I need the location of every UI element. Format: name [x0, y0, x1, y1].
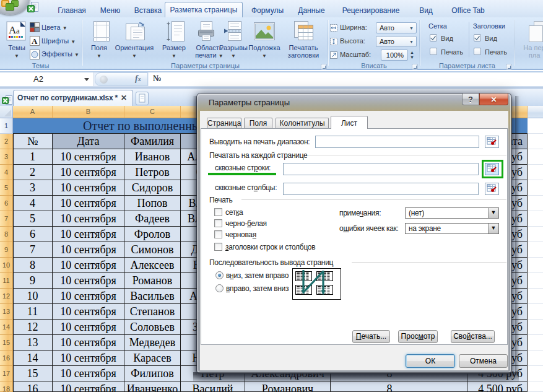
svg-text:a: a — [16, 26, 20, 35]
svg-text:A: A — [32, 37, 38, 46]
